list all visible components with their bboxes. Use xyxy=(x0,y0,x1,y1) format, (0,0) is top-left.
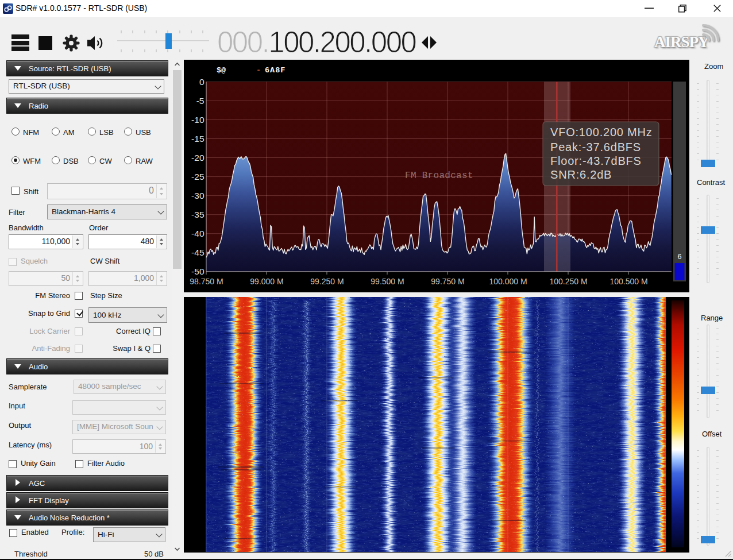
svg-text:-25: -25 xyxy=(191,172,204,181)
svg-text:100.500 M: 100.500 M xyxy=(609,277,647,286)
svg-text:99.750 M: 99.750 M xyxy=(431,277,464,286)
svg-text:-40: -40 xyxy=(191,229,205,238)
svg-text:$@: $@ xyxy=(217,66,226,75)
svg-text:98.750 M: 98.750 M xyxy=(190,277,223,286)
svg-text:Peak:-37.6dBFS: Peak:-37.6dBFS xyxy=(550,141,641,153)
svg-text:6A8F: 6A8F xyxy=(265,66,286,75)
svg-text:-50: -50 xyxy=(191,267,205,276)
svg-text:FM Broadcast: FM Broadcast xyxy=(405,171,473,181)
svg-text:-20: -20 xyxy=(191,153,205,163)
svg-text:-15: -15 xyxy=(191,134,204,144)
svg-text:-5: -5 xyxy=(196,96,205,106)
svg-text:-30: -30 xyxy=(191,191,205,200)
svg-text:99.000 M: 99.000 M xyxy=(250,277,283,286)
svg-text:99.250 M: 99.250 M xyxy=(310,277,344,286)
svg-text:SNR:6.2dB: SNR:6.2dB xyxy=(550,168,612,181)
svg-text:-: - xyxy=(256,66,261,75)
svg-text:VFO:100.200 MHz: VFO:100.200 MHz xyxy=(550,126,653,138)
svg-text:-45: -45 xyxy=(191,248,204,257)
svg-text:6: 6 xyxy=(678,253,682,261)
svg-text:0: 0 xyxy=(199,77,205,87)
svg-text:Floor:-43.7dBFS: Floor:-43.7dBFS xyxy=(550,155,642,167)
svg-text:100.000 M: 100.000 M xyxy=(489,277,527,286)
svg-text:-35: -35 xyxy=(191,210,204,219)
svg-text:-10: -10 xyxy=(191,115,205,125)
svg-text:99.500 M: 99.500 M xyxy=(371,277,404,286)
svg-text:100.250 M: 100.250 M xyxy=(549,277,587,286)
